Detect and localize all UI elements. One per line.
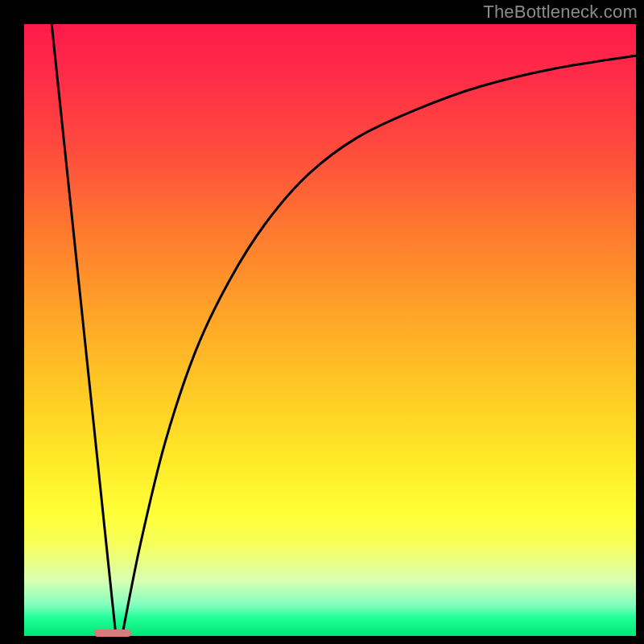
curve-left-line xyxy=(52,24,116,636)
vertex-marker xyxy=(94,630,131,637)
plot-area xyxy=(24,24,636,636)
curve-right xyxy=(122,55,642,636)
chart-frame: TheBottleneck.com xyxy=(0,0,644,644)
watermark-text: TheBottleneck.com xyxy=(483,2,638,23)
curve-layer xyxy=(24,24,636,636)
